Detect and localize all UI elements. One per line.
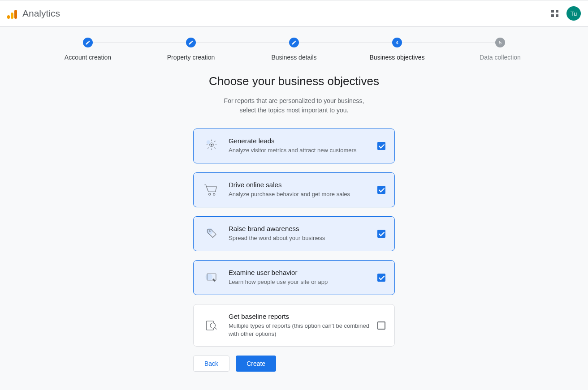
tag-icon bbox=[203, 225, 220, 243]
svg-point-10 bbox=[210, 323, 215, 328]
step-5: 5Data collection bbox=[449, 38, 552, 61]
svg-point-4 bbox=[213, 193, 215, 195]
user-avatar[interactable]: Tu bbox=[566, 6, 581, 21]
objective-checkbox[interactable] bbox=[377, 142, 385, 150]
objective-card[interactable]: Raise brand awarenessSpread the word abo… bbox=[193, 216, 395, 251]
step-label: Property creation bbox=[167, 54, 215, 61]
step-indicator-icon bbox=[186, 38, 196, 47]
objective-card[interactable]: Examine user behaviorLearn how people us… bbox=[193, 260, 395, 295]
objective-card[interactable]: Drive online salesAnalyze purchase behav… bbox=[193, 172, 395, 207]
page-subtitle: For reports that are personalized to you… bbox=[0, 96, 588, 115]
back-button[interactable]: Back bbox=[193, 356, 229, 372]
stepper-nav: Account creationProperty creationBusines… bbox=[0, 27, 588, 74]
step-label: Data collection bbox=[480, 54, 521, 61]
svg-point-5 bbox=[207, 228, 213, 234]
step-indicator-icon: 5 bbox=[495, 38, 505, 47]
page-title: Choose your business objectives bbox=[0, 74, 588, 88]
objective-title: Raise brand awareness bbox=[229, 225, 369, 232]
create-button[interactable]: Create bbox=[236, 356, 276, 372]
analytics-logo-icon[interactable] bbox=[7, 8, 17, 19]
objective-checkbox[interactable] bbox=[377, 274, 385, 282]
screen-icon bbox=[203, 269, 220, 287]
step-label: Business objectives bbox=[370, 54, 425, 61]
objective-description: Multiple types of reports (this option c… bbox=[229, 322, 369, 338]
app-title: Analytics bbox=[22, 8, 60, 19]
svg-point-3 bbox=[209, 193, 211, 195]
magnify-icon bbox=[203, 317, 220, 334]
objective-card[interactable]: Get baseline reportsMultiple types of re… bbox=[193, 304, 395, 347]
apps-grid-icon[interactable] bbox=[551, 10, 558, 17]
step-3[interactable]: Business details bbox=[242, 38, 346, 61]
objective-description: Analyze purchase behavior and get more s… bbox=[229, 190, 369, 198]
objective-checkbox[interactable] bbox=[377, 230, 385, 238]
step-1[interactable]: Account creation bbox=[36, 38, 139, 61]
svg-point-1 bbox=[211, 144, 212, 146]
objective-checkbox[interactable] bbox=[377, 321, 385, 330]
step-label: Business details bbox=[271, 54, 316, 61]
objective-description: Analyze visitor metrics and attract new … bbox=[229, 146, 369, 154]
step-indicator-icon: 4 bbox=[392, 38, 402, 47]
step-label: Account creation bbox=[65, 54, 111, 61]
objective-title: Generate leads bbox=[229, 137, 369, 145]
objective-description: Learn how people use your site or app bbox=[229, 278, 369, 286]
step-indicator-icon bbox=[83, 38, 93, 47]
objective-checkbox[interactable] bbox=[377, 186, 385, 194]
cart-icon bbox=[203, 181, 220, 199]
objective-card[interactable]: Generate leadsAnalyze visitor metrics an… bbox=[193, 129, 395, 163]
step-4: 4Business objectives bbox=[346, 38, 449, 61]
app-header: Analytics Tu bbox=[0, 0, 588, 27]
objective-title: Drive online sales bbox=[229, 181, 369, 189]
svg-point-7 bbox=[206, 274, 213, 281]
step-indicator-icon bbox=[289, 38, 299, 47]
objective-title: Get baseline reports bbox=[229, 313, 369, 320]
objective-description: Spread the word about your business bbox=[229, 234, 369, 242]
step-2[interactable]: Property creation bbox=[139, 38, 242, 61]
leads-icon bbox=[203, 137, 220, 155]
svg-point-2 bbox=[207, 140, 211, 144]
objective-title: Examine user behavior bbox=[229, 269, 369, 276]
objectives-list: Generate leadsAnalyze visitor metrics an… bbox=[193, 129, 395, 347]
